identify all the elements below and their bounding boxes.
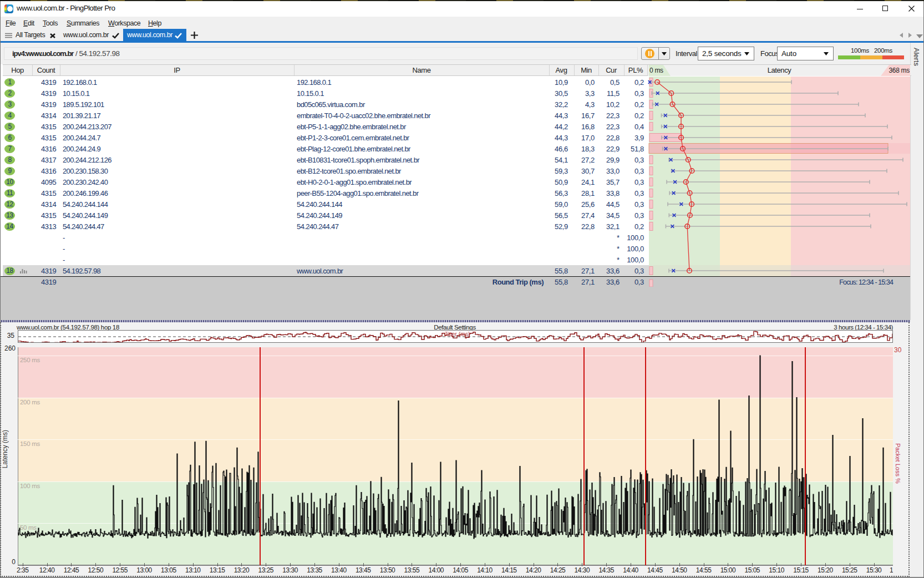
svg-text:Jitter (ms): Jitter (ms) xyxy=(444,331,470,337)
